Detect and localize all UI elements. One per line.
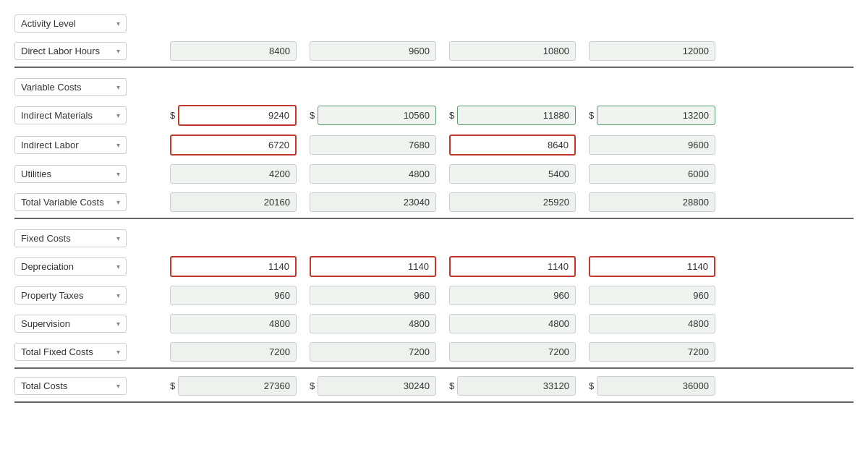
label-activity-level[interactable]: Activity Level▾ [14,14,127,33]
chevron-icon-variable-costs[interactable]: ▾ [116,83,120,91]
row-fixed-costs: Fixed Costs▾ [14,222,854,252]
chevron-icon-activity-level[interactable]: ▾ [116,20,120,27]
label-text-indirect-materials: Indirect Materials [21,110,112,121]
dollar-sign-total-costs-col1: $ [310,380,315,391]
label-depreciation[interactable]: Depreciation▾ [14,257,127,276]
row-indirect-labor: Indirect Labor▾ [14,130,854,160]
chevron-icon-supervision[interactable]: ▾ [116,320,120,328]
input-total-fixed-costs-col2[interactable] [449,342,576,362]
input-indirect-materials-col2[interactable] [457,106,576,125]
label-text-indirect-labor: Indirect Labor [21,140,112,150]
dollar-sign-total-costs-col0: $ [170,380,175,391]
input-depreciation-col0[interactable] [170,256,297,277]
label-supervision[interactable]: Supervision▾ [14,315,127,333]
label-text-depreciation: Depreciation [21,261,112,272]
dollar-sign-total-costs-col3: $ [589,380,594,391]
chevron-icon-utilities[interactable]: ▾ [116,170,120,178]
label-text-property-taxes: Property Taxes [21,290,112,301]
row-depreciation: Depreciation▾ [14,252,854,281]
input-depreciation-col3[interactable] [589,256,715,277]
dollar-sign-indirect-materials-col2: $ [449,110,454,121]
chevron-icon-direct-labor-hours[interactable]: ▾ [116,47,120,55]
input-indirect-labor-col0[interactable] [170,135,297,156]
label-total-fixed-costs[interactable]: Total Fixed Costs▾ [14,343,127,361]
row-activity-level: Activity Level▾ [14,7,854,37]
input-supervision-col2[interactable] [449,314,576,333]
input-total-variable-costs-col2[interactable] [449,192,576,212]
chevron-icon-property-taxes[interactable]: ▾ [116,291,120,299]
chevron-icon-fixed-costs[interactable]: ▾ [116,234,120,242]
input-total-variable-costs-col1[interactable] [310,192,436,212]
label-text-total-variable-costs: Total Variable Costs [21,197,112,208]
label-variable-costs[interactable]: Variable Costs▾ [14,78,127,96]
input-supervision-col0[interactable] [170,314,297,333]
dollar-sign-indirect-materials-col0: $ [170,110,175,121]
input-indirect-materials-col3[interactable] [597,106,715,125]
label-text-total-costs: Total Costs [21,380,112,391]
label-fixed-costs[interactable]: Fixed Costs▾ [14,229,127,247]
label-indirect-materials[interactable]: Indirect Materials▾ [14,106,127,124]
row-indirect-materials: Indirect Materials▾$$$$ [14,101,854,130]
row-utilities: Utilities▾ [14,160,854,188]
dollar-sign-indirect-materials-col1: $ [310,110,315,121]
input-utilities-col2[interactable] [449,164,576,184]
chevron-icon-indirect-materials[interactable]: ▾ [116,111,120,119]
input-depreciation-col1[interactable] [310,256,436,277]
label-indirect-labor[interactable]: Indirect Labor▾ [14,136,127,154]
chevron-icon-depreciation[interactable]: ▾ [116,263,120,271]
main-container: Activity Level▾Direct Labor Hours▾Variab… [0,0,868,460]
row-property-taxes: Property Taxes▾ [14,281,854,310]
input-utilities-col1[interactable] [310,164,436,184]
label-utilities[interactable]: Utilities▾ [14,165,127,183]
label-total-costs[interactable]: Total Costs▾ [14,377,127,395]
input-indirect-materials-col0[interactable] [178,105,297,126]
input-total-fixed-costs-col3[interactable] [589,342,715,362]
input-total-costs-col1[interactable] [318,376,436,396]
chevron-icon-total-variable-costs[interactable]: ▾ [116,198,120,206]
input-utilities-col3[interactable] [589,164,715,184]
input-direct-labor-hours-col0[interactable] [170,41,297,61]
input-direct-labor-hours-col2[interactable] [449,41,576,61]
input-indirect-labor-col1[interactable] [310,135,436,155]
input-property-taxes-col2[interactable] [449,286,576,305]
input-total-costs-col3[interactable] [597,376,715,396]
input-indirect-labor-col2[interactable] [449,135,576,156]
chevron-icon-total-fixed-costs[interactable]: ▾ [116,348,120,356]
input-utilities-col0[interactable] [170,164,297,184]
input-property-taxes-col1[interactable] [310,286,436,305]
input-total-variable-costs-col0[interactable] [170,192,297,212]
dollar-sign-indirect-materials-col3: $ [589,110,594,121]
input-total-costs-col2[interactable] [457,376,576,396]
label-text-direct-labor-hours: Direct Labor Hours [21,46,112,56]
label-total-variable-costs[interactable]: Total Variable Costs▾ [14,193,127,211]
input-total-variable-costs-col3[interactable] [589,192,715,212]
row-total-variable-costs: Total Variable Costs▾ [14,188,854,219]
input-supervision-col3[interactable] [589,314,715,333]
input-property-taxes-col3[interactable] [589,286,715,305]
chevron-icon-total-costs[interactable]: ▾ [116,382,120,390]
chevron-icon-indirect-labor[interactable]: ▾ [116,141,120,149]
input-total-costs-col0[interactable] [178,376,297,396]
label-text-fixed-costs: Fixed Costs [21,233,112,244]
label-direct-labor-hours[interactable]: Direct Labor Hours▾ [14,42,127,60]
dollar-sign-total-costs-col2: $ [449,380,454,391]
label-text-utilities: Utilities [21,169,112,179]
label-text-variable-costs: Variable Costs [21,82,112,93]
input-property-taxes-col0[interactable] [170,286,297,305]
input-total-fixed-costs-col1[interactable] [310,342,436,362]
input-direct-labor-hours-col3[interactable] [589,41,715,61]
row-supervision: Supervision▾ [14,310,854,338]
input-depreciation-col2[interactable] [449,256,576,277]
row-total-fixed-costs: Total Fixed Costs▾ [14,338,854,369]
input-indirect-labor-col3[interactable] [589,135,715,155]
input-indirect-materials-col1[interactable] [318,106,436,125]
row-total-costs: Total Costs▾$$$$ [14,372,854,403]
input-direct-labor-hours-col1[interactable] [310,41,436,61]
row-variable-costs: Variable Costs▾ [14,71,854,101]
label-text-activity-level: Activity Level [21,18,112,29]
input-total-fixed-costs-col0[interactable] [170,342,297,362]
label-text-supervision: Supervision [21,318,112,329]
input-supervision-col1[interactable] [310,314,436,333]
row-direct-labor-hours: Direct Labor Hours▾ [14,37,854,68]
label-property-taxes[interactable]: Property Taxes▾ [14,286,127,304]
